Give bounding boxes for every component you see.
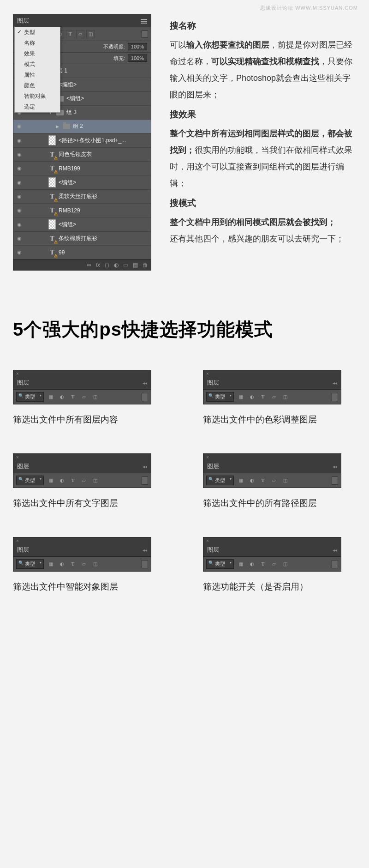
mini-filter-dropdown[interactable]: 类型 — [206, 559, 234, 569]
fill-value[interactable]: 100% — [128, 54, 147, 62]
filter-toggle-switch[interactable] — [332, 560, 338, 568]
mini-filter-dropdown[interactable]: 类型 — [206, 392, 234, 402]
mini-panel-tab[interactable]: 图层 — [207, 379, 219, 387]
image-filter-icon[interactable] — [47, 560, 55, 568]
mini-panel-tab[interactable]: 图层 — [207, 546, 219, 554]
visibility-eye-icon[interactable] — [16, 207, 23, 214]
mini-filter-dropdown[interactable]: 类型 — [16, 559, 44, 569]
visibility-eye-icon[interactable] — [16, 221, 23, 228]
layer-row[interactable]: <编组> — [13, 175, 151, 190]
adjustment-icon[interactable]: ◐ — [114, 262, 119, 268]
smart-filter-icon[interactable] — [281, 476, 289, 485]
layer-row[interactable]: <编组> — [13, 217, 151, 232]
filter-toggle-switch[interactable] — [142, 560, 148, 568]
menu-item-selected[interactable]: 选定 — [15, 102, 60, 112]
mini-panel-tab[interactable]: 图层 — [17, 546, 29, 554]
text-filter-icon[interactable] — [259, 476, 267, 485]
layer-row[interactable]: T条纹棉质打底衫 — [13, 232, 151, 246]
image-filter-icon[interactable] — [237, 560, 245, 568]
group-icon[interactable]: ▭ — [123, 262, 128, 268]
mask-icon[interactable]: ◻ — [105, 262, 109, 268]
image-filter-icon[interactable] — [237, 476, 245, 485]
filter-toggle-switch[interactable] — [332, 476, 338, 485]
menu-item-smart[interactable]: 智能对象 — [15, 91, 60, 102]
visibility-eye-icon[interactable] — [16, 179, 23, 186]
layer-row[interactable]: TRMB199 — [13, 162, 151, 175]
layer-row[interactable]: T同色毛领皮衣 — [13, 148, 151, 162]
close-icon[interactable]: × — [13, 370, 151, 377]
trash-icon[interactable]: 🗑 — [143, 262, 148, 268]
text-filter-icon[interactable] — [259, 560, 267, 568]
filter-toggle-switch[interactable] — [142, 393, 148, 401]
text-filter-icon[interactable] — [69, 393, 77, 401]
link-layers-icon[interactable]: ⇔ — [87, 262, 91, 268]
smart-filter-icon[interactable] — [91, 560, 99, 568]
adjust-filter-icon[interactable] — [248, 476, 256, 485]
mini-filter-dropdown[interactable]: 类型 — [16, 392, 44, 402]
adjust-filter-icon[interactable] — [248, 560, 256, 568]
expand-triangle-icon[interactable]: ▶ — [56, 124, 59, 129]
mini-panel-tab[interactable]: 图层 — [17, 462, 29, 470]
menu-item-color[interactable]: 颜色 — [15, 80, 60, 91]
smart-filter-icon[interactable] — [91, 393, 99, 401]
shape-filter-icon[interactable] — [270, 476, 278, 485]
filter-smart-icon[interactable] — [86, 30, 95, 38]
collapse-icon[interactable]: ◂◂ — [143, 548, 147, 553]
fx-icon[interactable]: fx — [96, 262, 100, 268]
layer-row[interactable]: T99 — [13, 246, 151, 259]
shape-filter-icon[interactable] — [80, 476, 88, 485]
shape-filter-icon[interactable] — [80, 393, 88, 401]
mini-filter-dropdown[interactable]: 类型 — [16, 476, 44, 485]
filter-toggle-switch[interactable] — [142, 30, 148, 38]
layer-row[interactable]: T柔软天丝打底衫 — [13, 190, 151, 204]
smart-filter-icon[interactable] — [281, 393, 289, 401]
close-icon[interactable]: × — [13, 537, 151, 544]
image-filter-icon[interactable] — [237, 393, 245, 401]
adjust-filter-icon[interactable] — [248, 393, 256, 401]
text-filter-icon[interactable] — [69, 560, 77, 568]
adjust-filter-icon[interactable] — [58, 393, 66, 401]
text-filter-icon[interactable] — [259, 393, 267, 401]
visibility-eye-icon[interactable] — [16, 123, 23, 130]
collapse-icon[interactable]: ◂◂ — [143, 380, 147, 386]
opacity-value[interactable]: 100% — [128, 43, 147, 50]
mini-panel-tab[interactable]: 图层 — [17, 379, 29, 387]
text-filter-icon[interactable] — [69, 476, 77, 485]
menu-item-effect[interactable]: 效果 — [15, 48, 60, 59]
layer-row[interactable]: <路径>+条纹小图1.psd+_... — [13, 133, 151, 148]
visibility-eye-icon[interactable] — [16, 235, 23, 242]
collapse-icon[interactable]: ◂◂ — [333, 464, 337, 469]
adjust-filter-icon[interactable] — [58, 560, 66, 568]
filter-toggle-switch[interactable] — [142, 476, 148, 485]
menu-item-mode[interactable]: 模式 — [15, 59, 60, 70]
visibility-eye-icon[interactable] — [16, 193, 23, 200]
visibility-eye-icon[interactable] — [16, 249, 23, 256]
close-icon[interactable]: × — [13, 454, 151, 461]
smart-filter-icon[interactable] — [281, 560, 289, 568]
menu-item-name[interactable]: 名称 — [15, 38, 60, 48]
filter-text-icon[interactable] — [66, 30, 74, 38]
visibility-eye-icon[interactable] — [16, 165, 23, 172]
filter-shape-icon[interactable] — [76, 30, 84, 38]
smart-filter-icon[interactable] — [91, 476, 99, 485]
collapse-icon[interactable]: ◂◂ — [143, 464, 147, 469]
menu-item-attr[interactable]: 属性 — [15, 70, 60, 80]
collapse-icon[interactable]: ◂◂ — [333, 548, 337, 553]
image-filter-icon[interactable] — [47, 393, 55, 401]
mini-filter-dropdown[interactable]: 类型 — [206, 476, 234, 485]
layer-row[interactable]: ▶组 2 — [13, 120, 151, 133]
new-layer-icon[interactable]: ▤ — [133, 262, 138, 268]
visibility-eye-icon[interactable] — [16, 137, 23, 144]
adjust-filter-icon[interactable] — [58, 476, 66, 485]
mini-panel-tab[interactable]: 图层 — [207, 462, 219, 470]
image-filter-icon[interactable] — [47, 476, 55, 485]
menu-item-type[interactable]: 类型 — [15, 27, 60, 38]
close-icon[interactable]: × — [203, 537, 341, 544]
panel-menu-icon[interactable] — [141, 18, 147, 24]
visibility-eye-icon[interactable] — [16, 151, 23, 158]
layer-row[interactable]: TRMB129 — [13, 204, 151, 217]
close-icon[interactable]: × — [203, 454, 341, 461]
close-icon[interactable]: × — [203, 370, 341, 377]
shape-filter-icon[interactable] — [270, 560, 278, 568]
shape-filter-icon[interactable] — [80, 560, 88, 568]
